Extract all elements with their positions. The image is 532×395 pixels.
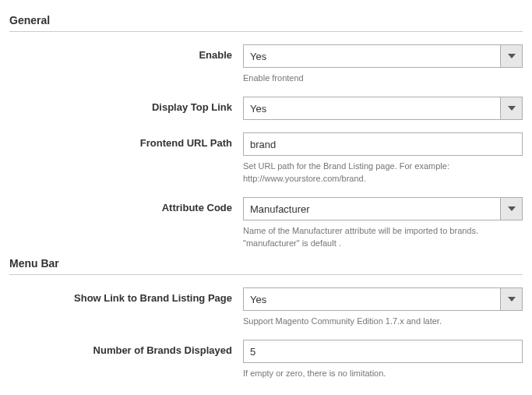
chevron-down-icon	[500, 288, 522, 310]
enable-label: Enable	[9, 44, 243, 61]
chevron-down-icon	[500, 97, 522, 119]
frontend-url-path-label: Frontend URL Path	[9, 132, 243, 149]
attribute-code-select[interactable]: Manufacturer	[243, 197, 523, 220]
field-enable: Enable Yes Enable frontend	[9, 44, 523, 84]
show-link-help: Support Magento Community Edition 1.7.x …	[243, 316, 523, 327]
chevron-down-icon	[500, 198, 522, 220]
frontend-url-path-help: Set URL path for the Brand Listing page.…	[243, 160, 523, 185]
show-link-select[interactable]: Yes	[243, 287, 523, 311]
enable-select-value: Yes	[250, 51, 266, 62]
attribute-code-select-value: Manufacturer	[250, 203, 310, 215]
num-brands-input[interactable]	[243, 340, 523, 363]
enable-select[interactable]: Yes	[243, 44, 523, 68]
chevron-down-icon	[500, 45, 522, 67]
frontend-url-path-input[interactable]	[243, 132, 523, 156]
display-top-link-label: Display Top Link	[9, 97, 243, 113]
section-menubar-title: Menu Bar	[9, 252, 523, 275]
attribute-code-label: Attribute Code	[9, 197, 243, 213]
section-general-title: General	[9, 9, 523, 32]
field-attribute-code: Attribute Code Manufacturer Name of the …	[9, 197, 523, 249]
show-link-select-value: Yes	[250, 294, 266, 305]
attribute-code-help: Name of the Manufacturer attribute will …	[243, 225, 523, 249]
field-display-top-link: Display Top Link Yes	[9, 97, 523, 120]
field-num-brands: Number of Brands Displayed If empty or z…	[9, 340, 523, 379]
field-frontend-url-path: Frontend URL Path Set URL path for the B…	[9, 132, 523, 185]
field-show-link: Show Link to Brand Listing Page Yes Supp…	[9, 287, 523, 327]
num-brands-label: Number of Brands Displayed	[9, 340, 243, 356]
show-link-label: Show Link to Brand Listing Page	[9, 287, 243, 304]
num-brands-help: If empty or zero, there is no limitation…	[243, 368, 523, 379]
enable-help: Enable frontend	[243, 72, 523, 84]
display-top-link-select[interactable]: Yes	[243, 97, 523, 120]
display-top-link-select-value: Yes	[250, 103, 266, 115]
